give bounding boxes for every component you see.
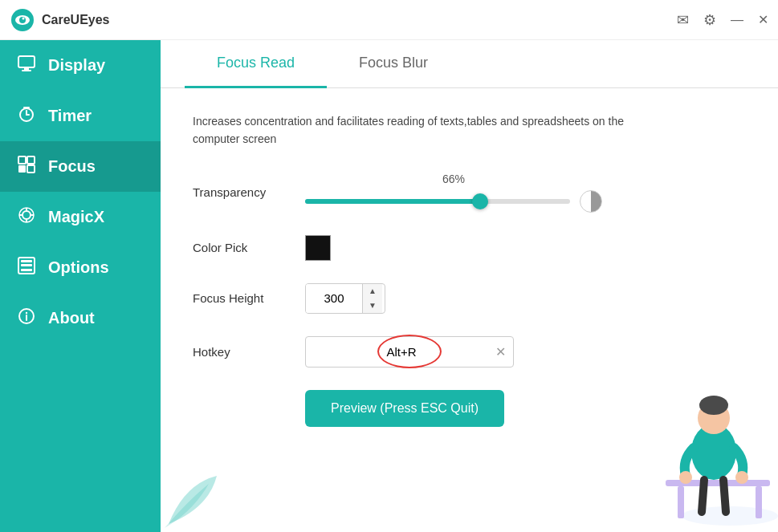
- svg-rect-31: [756, 486, 762, 518]
- sidebar-label-options: Options: [48, 258, 109, 277]
- hotkey-input[interactable]: [305, 336, 514, 368]
- magicx-icon: [16, 206, 37, 228]
- tab-bar: Focus Read Focus Blur: [161, 40, 778, 88]
- color-pick-label: Color Pick: [193, 241, 305, 254]
- svg-point-32: [691, 424, 736, 480]
- svg-point-27: [26, 312, 27, 314]
- brightness-icon: [580, 190, 602, 213]
- hotkey-label: Hotkey: [193, 345, 305, 359]
- color-swatch[interactable]: [305, 235, 331, 261]
- svg-rect-14: [27, 165, 35, 173]
- svg-point-35: [679, 471, 692, 484]
- hotkey-control: ✕: [305, 336, 514, 368]
- settings-icon[interactable]: ⚙: [703, 11, 716, 29]
- main-layout: Display Timer Fo: [0, 40, 778, 532]
- hotkey-row: Hotkey ✕: [193, 336, 746, 368]
- app-logo: [10, 7, 35, 33]
- titlebar: CareUEyes ✉ ⚙ — ✕: [0, 0, 778, 40]
- svg-point-3: [22, 17, 25, 19]
- svg-point-33: [698, 402, 730, 434]
- sidebar-label-display: Display: [48, 56, 105, 75]
- sidebar-label-focus: Focus: [48, 157, 96, 176]
- sidebar-label-timer: Timer: [48, 107, 92, 125]
- timer-icon: [16, 105, 37, 127]
- tab-focus-blur[interactable]: Focus Blur: [327, 40, 460, 88]
- focus-height-row: Focus Height ▲ ▼: [193, 283, 746, 314]
- color-pick-control: [305, 235, 331, 261]
- focus-icon: [16, 156, 37, 177]
- hotkey-clear-icon[interactable]: ✕: [495, 344, 506, 359]
- content-area: Focus Read Focus Blur Increases concentr…: [161, 40, 778, 532]
- svg-rect-6: [22, 70, 31, 71]
- svg-point-34: [699, 396, 728, 415]
- sidebar-item-about[interactable]: About: [0, 293, 161, 343]
- minimize-button[interactable]: —: [731, 13, 743, 27]
- svg-rect-4: [18, 56, 35, 67]
- slider-track[interactable]: [305, 199, 570, 204]
- focus-height-label: Focus Height: [193, 291, 305, 305]
- sidebar: Display Timer Fo: [0, 40, 161, 532]
- options-icon: [16, 257, 37, 278]
- preview-button[interactable]: Preview (Press ESC Quit): [305, 390, 504, 427]
- sidebar-label-about: About: [48, 309, 95, 327]
- slider-thumb[interactable]: [472, 193, 488, 209]
- svg-rect-30: [678, 486, 684, 518]
- svg-rect-22: [21, 260, 32, 262]
- svg-rect-23: [21, 264, 32, 266]
- slider-row: [305, 190, 602, 213]
- transparency-label: Transparency: [193, 185, 305, 199]
- spinner-up[interactable]: ▲: [363, 284, 382, 298]
- svg-point-28: [682, 506, 778, 526]
- tab-focus-read[interactable]: Focus Read: [185, 40, 327, 88]
- transparency-control: 66%: [305, 173, 602, 213]
- svg-rect-13: [18, 165, 26, 173]
- spinners: ▲ ▼: [362, 284, 382, 313]
- sidebar-item-options[interactable]: Options: [0, 242, 161, 293]
- svg-point-15: [22, 211, 31, 219]
- description-text: Increases concentration and facilitates …: [193, 112, 634, 148]
- sidebar-item-timer[interactable]: Timer: [0, 91, 161, 141]
- slider-fill: [305, 199, 480, 204]
- display-icon: [16, 55, 37, 76]
- transparency-row: Transparency 66%: [193, 173, 746, 213]
- sidebar-label-magicx: MagicX: [48, 208, 104, 226]
- leaf-decoration: [161, 468, 225, 532]
- slider-percent: 66%: [305, 173, 602, 185]
- content-body: Increases concentration and facilitates …: [161, 88, 778, 532]
- svg-rect-11: [18, 156, 26, 164]
- close-button[interactable]: ✕: [758, 12, 768, 27]
- sidebar-item-focus[interactable]: Focus: [0, 141, 161, 192]
- hotkey-wrap: ✕: [305, 336, 514, 368]
- illustration: [553, 355, 778, 532]
- svg-point-36: [735, 471, 748, 484]
- focus-height-input[interactable]: [306, 284, 362, 313]
- focus-height-control: ▲ ▼: [305, 283, 385, 314]
- sidebar-item-magicx[interactable]: MagicX: [0, 192, 161, 242]
- svg-rect-12: [27, 156, 35, 164]
- window-controls: ✉ ⚙ — ✕: [677, 11, 768, 29]
- about-icon: [16, 307, 37, 329]
- slider-container: 66%: [305, 173, 602, 213]
- sidebar-item-display[interactable]: Display: [0, 40, 161, 91]
- color-pick-row: Color Pick: [193, 235, 746, 261]
- spinner-down[interactable]: ▼: [363, 298, 382, 313]
- svg-rect-24: [21, 269, 32, 271]
- svg-rect-5: [24, 67, 29, 70]
- app-title: CareUEyes: [42, 13, 677, 27]
- email-icon[interactable]: ✉: [677, 11, 689, 29]
- svg-rect-29: [666, 480, 770, 486]
- focus-height-input-wrap: ▲ ▼: [305, 283, 385, 314]
- illustration-svg: [553, 355, 778, 532]
